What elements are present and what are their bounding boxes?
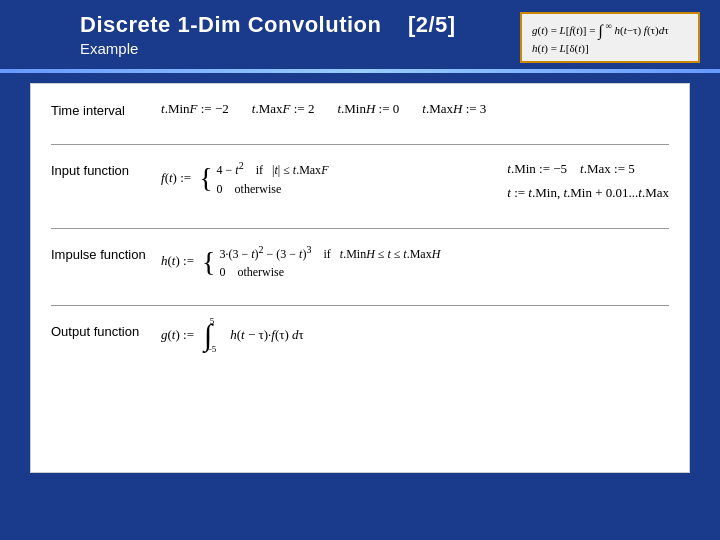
header: Discrete 1-Dim Convolution [2/5] Example… — [0, 0, 720, 69]
t-min-f: t.MinF := −2 — [161, 99, 229, 120]
open-brace: { — [199, 159, 212, 198]
header-title-block: Discrete 1-Dim Convolution [2/5] Example — [80, 12, 456, 57]
input-function-content: f(t) := { 4 − t2 if |t| ≤ t.MaxF 0 other… — [161, 159, 669, 204]
integral-upper: 5 — [210, 314, 215, 328]
case-1: 4 − t2 if |t| ≤ t.MaxF — [217, 159, 329, 179]
separator-1 — [51, 144, 669, 145]
case-2: 0 otherwise — [217, 181, 329, 198]
formula-box: g(t) = L[f(t)] = ∫ ∞ h(t−τ) f(τ)dτ h(t) … — [520, 12, 700, 63]
impulse-func-lhs: h(t) := — [161, 251, 194, 272]
time-interval-row: Time interval t.MinF := −2 t.MaxF := 2 t… — [51, 99, 669, 126]
slide-number: [2/5] — [408, 12, 456, 37]
t-range: t := t.Min, t.Min + 0.01...t.Max — [507, 183, 669, 204]
time-interval-content: t.MinF := −2 t.MaxF := 2 t.MinH := 0 t.M… — [161, 99, 669, 120]
title-text: Discrete 1-Dim Convolution — [80, 12, 381, 37]
content-box: Time interval t.MinF := −2 t.MaxF := 2 t… — [30, 83, 690, 473]
piecewise-cases: 4 − t2 if |t| ≤ t.MaxF 0 otherwise — [217, 159, 329, 198]
output-function-row: Output function g(t) := 5 ∫ −5 — [51, 320, 669, 356]
impulse-function-content: h(t) := { 3·(3 − t)2 − (3 − t)3 if t.Min… — [161, 243, 669, 282]
separator-2 — [51, 228, 669, 229]
separator-3 — [51, 305, 669, 306]
main-content: Time interval t.MinF := −2 t.MaxF := 2 t… — [0, 73, 720, 483]
page-title: Discrete 1-Dim Convolution [2/5] — [80, 12, 456, 38]
impulse-function-row: Impulse function h(t) := { 3·(3 − t)2 − … — [51, 243, 669, 288]
input-function-row: Input function f(t) := { 4 − t2 if |t| ≤… — [51, 159, 669, 210]
impulse-function-label: Impulse function — [51, 243, 161, 262]
integral-lower: −5 — [207, 342, 217, 356]
formula-line-1: g(t) = L[f(t)] = ∫ ∞ h(t−τ) f(τ)dτ — [532, 21, 688, 40]
impulse-piecewise: { 3·(3 − t)2 − (3 − t)3 if t.MinH ≤ t ≤ … — [202, 243, 440, 282]
input-piecewise: { 4 − t2 if |t| ≤ t.MaxF 0 otherwise — [199, 159, 328, 198]
integral-symbol-container: 5 ∫ −5 — [202, 320, 214, 350]
formula-line-2: h(t) = L[δ(t)] — [532, 42, 688, 54]
t-min-val: t.Min := −5 t.Max := 5 — [507, 159, 634, 180]
t-min-h: t.MinH := 0 — [337, 99, 399, 120]
t-max-h: t.MaxH := 3 — [422, 99, 486, 120]
impulse-case-1: 3·(3 − t)2 − (3 − t)3 if t.MinH ≤ t ≤ t.… — [219, 243, 440, 263]
output-func-lhs: g(t) := — [161, 325, 194, 346]
impulse-cases: 3·(3 − t)2 − (3 − t)3 if t.MinH ≤ t ≤ t.… — [219, 243, 440, 282]
impulse-open-brace: { — [202, 243, 215, 282]
input-function-label: Input function — [51, 159, 161, 178]
input-func-lhs: f(t) := — [161, 168, 191, 189]
output-integrand: h(t − τ)·f(τ) dτ — [230, 325, 304, 346]
time-interval-vars: t.MinF := −2 t.MaxF := 2 t.MinH := 0 t.M… — [161, 99, 669, 120]
page-subtitle: Example — [80, 40, 456, 57]
output-function-label: Output function — [51, 320, 161, 339]
output-function-content: g(t) := 5 ∫ −5 h(t − τ)·f(τ) dτ — [161, 320, 669, 350]
impulse-case-2: 0 otherwise — [219, 264, 440, 281]
time-interval-label: Time interval — [51, 99, 161, 118]
t-max-f: t.MaxF := 2 — [252, 99, 315, 120]
integral-symbol: 5 ∫ −5 — [204, 320, 212, 350]
